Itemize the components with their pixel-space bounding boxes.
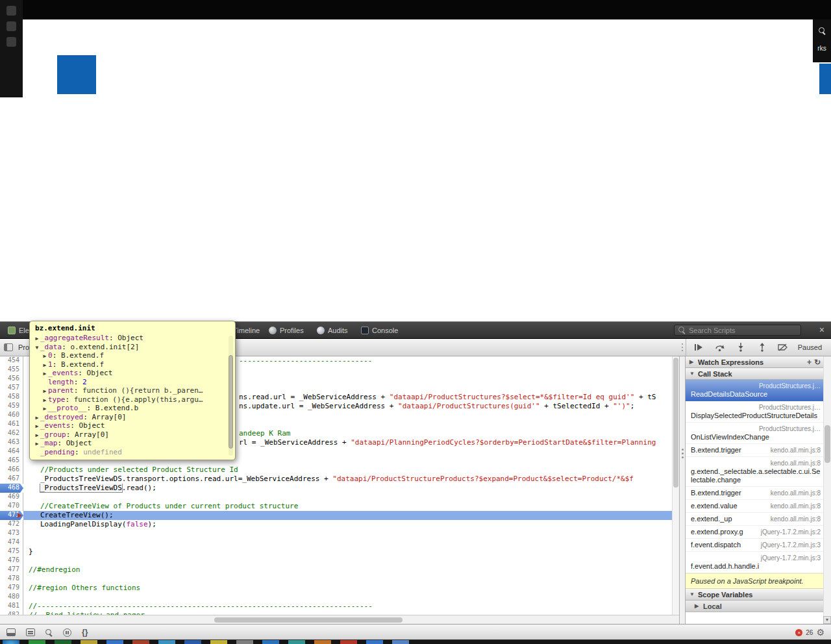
gutter-line-number[interactable]: 466 (0, 465, 23, 475)
gutter-line-number[interactable]: 480 (0, 593, 23, 602)
object-property[interactable]: ▶_events: Object (30, 369, 235, 378)
file-selector[interactable]: Pro (18, 343, 29, 351)
gutter-line-number[interactable]: 467 (0, 475, 23, 484)
search-button[interactable] (45, 629, 53, 636)
code-line-text[interactable]: //CreateTreeView of Products under curre… (23, 502, 679, 511)
expand-arrow-icon[interactable]: ▶ (42, 369, 48, 378)
bookmarks-area[interactable]: rks (813, 19, 831, 62)
step-into-button[interactable] (735, 342, 747, 353)
taskbar-app-icon[interactable] (158, 640, 175, 644)
watch-expressions-header[interactable]: ▶ Watch Expressions + ↻ (686, 356, 831, 368)
search-scripts-input[interactable] (689, 327, 786, 334)
code-line-text[interactable]: //Products under selected Product Struct… (23, 465, 679, 475)
gutter-line-number[interactable]: 458 (0, 393, 23, 402)
gutter-line-number[interactable]: 476 (0, 556, 23, 565)
code-line-text[interactable] (23, 556, 679, 565)
gutter-line-number[interactable]: 478 (0, 575, 23, 584)
call-stack-frame[interactable]: ProductStructures.j…ReadDetailsDataSourc… (686, 380, 831, 401)
call-stack-frame[interactable]: B.extend.triggerkendo.all.min.js:8 (686, 444, 831, 457)
code-line-text[interactable] (23, 575, 679, 584)
taskbar-app-icon[interactable] (366, 640, 383, 644)
gutter-line-number[interactable]: 477 (0, 565, 23, 575)
scope-local-header[interactable]: ▶ Local (686, 601, 831, 612)
call-stack-header[interactable]: ▼ Call Stack (686, 368, 831, 380)
pretty-print-button[interactable]: {} (82, 628, 88, 637)
expand-arrow-icon[interactable]: ▶ (34, 334, 40, 343)
pause-on-exceptions-button[interactable] (63, 628, 71, 637)
gutter-line-number[interactable]: 455 (0, 365, 23, 375)
toggle-breakpoints-button[interactable] (776, 342, 789, 353)
object-property[interactable]: ▶_aggregateResult: Object (30, 334, 235, 343)
gutter-line-number[interactable]: 457 (0, 384, 23, 393)
gutter-line-number[interactable]: 474 (0, 538, 23, 547)
object-property[interactable]: ▶1: B.extend.f (30, 360, 235, 369)
code-line-text[interactable]: //--------------------------------------… (23, 602, 679, 611)
taskbar-app-icon[interactable] (262, 640, 279, 644)
call-stack-frame[interactable]: e.extend.valuekendo.all.min.js:8 (686, 500, 831, 513)
gutter-line-number[interactable]: 475 (0, 547, 23, 556)
expand-arrow-icon[interactable]: ▶ (34, 422, 40, 430)
taskbar-app-icon[interactable] (288, 640, 305, 644)
sidebar-scrollbar[interactable]: ▼ (823, 356, 831, 624)
editor-vertical-scrollbar[interactable] (672, 356, 679, 615)
gutter-line-number[interactable]: 481 (0, 602, 23, 611)
taskbar-app-icon[interactable] (29, 640, 45, 644)
call-stack-frame[interactable]: e.extend._upkendo.all.min.js:8 (686, 513, 831, 526)
gutter-line-number[interactable]: 462 (0, 429, 23, 438)
taskbar-app-icon[interactable] (314, 640, 331, 644)
object-property[interactable]: _pending: undefined (30, 448, 235, 457)
taskbar-app-icon[interactable] (132, 640, 149, 644)
add-watch-button[interactable]: + (807, 358, 812, 366)
gutter-line-number[interactable]: 479 (0, 584, 23, 593)
object-property[interactable]: ▶parent: function (){return b._paren… (30, 386, 235, 395)
tab-console[interactable]: Console (358, 322, 401, 338)
object-property[interactable]: ▼_data: o.extend.init[2] (30, 343, 235, 352)
expand-arrow-icon[interactable]: ▶ (34, 414, 40, 422)
code-line-text[interactable]: //#endregion (23, 565, 679, 575)
expand-arrow-icon[interactable]: ▶ (34, 431, 40, 440)
code-line-text[interactable] (23, 529, 679, 538)
tab-audits[interactable]: Audits (314, 322, 351, 338)
object-property[interactable]: ▶_destroyed: Array[0] (30, 413, 235, 422)
editor-horizontal-scrollbar[interactable] (0, 615, 679, 624)
code-line-text[interactable]: LoadingPanelDisplay(false); (23, 520, 679, 529)
start-button[interactable] (3, 640, 19, 644)
show-console-button[interactable] (26, 628, 35, 636)
gutter-line-number[interactable]: 471 (0, 511, 23, 520)
hovered-variable[interactable]: _ProductsTreeViewDS (40, 484, 122, 492)
code-line-text[interactable]: //#region Others functions (23, 584, 679, 593)
object-property[interactable]: ▶_events: Object (30, 421, 235, 430)
call-stack-frame[interactable]: ProductStructures.j…DisplaySelectedProdu… (686, 401, 831, 423)
code-line-text[interactable] (23, 538, 679, 547)
refresh-watch-button[interactable]: ↻ (814, 358, 821, 366)
code-line-text[interactable] (23, 593, 679, 602)
gutter-line-number[interactable]: 459 (0, 402, 23, 411)
toolbar-icon[interactable] (6, 6, 16, 16)
gutter-line-number[interactable]: 463 (0, 438, 23, 447)
gutter-line-number[interactable]: 473 (0, 529, 23, 538)
call-stack-frame[interactable]: B.extend.triggerkendo.all.min.js:8 (686, 487, 831, 500)
expand-arrow-icon[interactable]: ▶ (42, 352, 48, 360)
error-icon[interactable]: × (795, 629, 802, 636)
gutter-line-number[interactable]: 464 (0, 447, 23, 456)
object-property[interactable]: length: 2 (30, 378, 235, 387)
gutter-line-number[interactable]: 465 (0, 456, 23, 465)
gutter-line-number[interactable]: 456 (0, 375, 23, 384)
taskbar-app-icon[interactable] (236, 640, 253, 644)
object-property[interactable]: ▶_map: Object (30, 439, 235, 448)
step-out-button[interactable] (756, 342, 768, 353)
resume-button[interactable] (693, 342, 705, 353)
call-stack-frame[interactable]: ProductStructures.j…OnListViewIndexChang… (686, 423, 831, 444)
code-line-text[interactable]: } (23, 547, 679, 556)
taskbar-app-icon[interactable] (210, 640, 227, 644)
call-stack-frame[interactable]: jQuery-1.7.2.min.js:3f.event.add.h.handl… (686, 552, 831, 573)
call-stack-frame[interactable]: kendo.all.min.js:8g.extend._selectable.a… (686, 457, 831, 487)
step-over-button[interactable] (713, 342, 726, 353)
tab-profiles[interactable]: Profiles (266, 322, 306, 338)
code-line-text[interactable] (23, 493, 679, 502)
expand-arrow-icon[interactable]: ▼ (34, 343, 40, 352)
toolbar-icon[interactable] (6, 21, 16, 31)
expand-arrow-icon[interactable]: ▶ (42, 387, 48, 395)
object-property[interactable]: ▶_group: Array[0] (30, 430, 235, 440)
expand-arrow-icon[interactable]: ▶ (34, 440, 40, 448)
